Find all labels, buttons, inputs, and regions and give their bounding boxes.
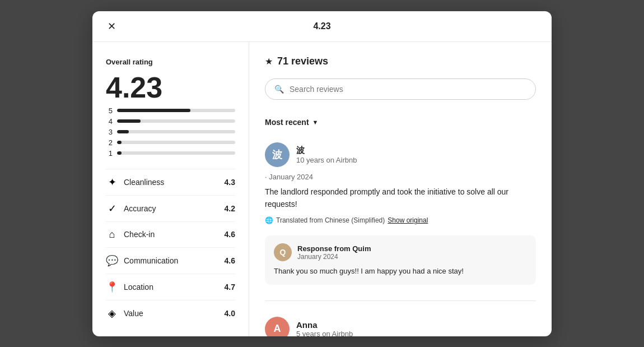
bar-track <box>117 151 235 155</box>
modal-title: 4.23 <box>313 21 330 31</box>
bar-row: 1 <box>106 149 235 158</box>
bar-track <box>117 119 235 123</box>
reviewer-name: 波 <box>296 145 357 156</box>
category-icon: 💬 <box>106 255 118 267</box>
reviewer-info: Anna 5 years on Airbnb <box>296 320 353 336</box>
bar-row: 3 <box>106 128 235 136</box>
categories: ✦ Cleanliness 4.3 ✓ Accuracy 4.2 ⌂ Check… <box>106 169 235 326</box>
host-avatar: Q <box>274 243 292 261</box>
category-value: 4.0 <box>225 309 235 318</box>
reviews-header: ★ 71 reviews <box>265 55 536 67</box>
reviews-count-title: 71 reviews <box>277 55 328 67</box>
bar-fill <box>117 119 141 123</box>
close-button[interactable]: ✕ <box>102 17 120 35</box>
category-row: 💬 Communication 4.6 <box>106 247 235 274</box>
host-name: Response from Quim <box>297 244 371 253</box>
avatar: 波 <box>265 142 290 167</box>
star-icon: ★ <box>265 56 273 67</box>
category-left: ⌂ Check-in <box>106 229 155 240</box>
sort-value: Most recent <box>265 118 309 127</box>
overall-label: Overall rating <box>106 58 235 66</box>
category-left: 📍 Location <box>106 281 153 293</box>
bar-number: 5 <box>106 107 113 115</box>
category-label: Communication <box>124 256 178 265</box>
review-item: 波 波 10 years on Airbnb · January 2024 Th… <box>265 142 536 301</box>
search-icon: 🔍 <box>274 85 284 94</box>
host-info: Response from Quim January 2024 <box>297 244 371 261</box>
review-item: A Anna 5 years on Airbnb · January 2024 … <box>265 317 536 336</box>
reviews-list: 波 波 10 years on Airbnb · January 2024 Th… <box>265 142 536 336</box>
reviews-panel: ★ 71 reviews 🔍 Most recent ▼ 波 波 <box>249 42 552 336</box>
search-bar: 🔍 <box>265 78 536 100</box>
host-response: Q Response from Quim January 2024 Thank … <box>265 235 536 285</box>
reviewer-header: A Anna 5 years on Airbnb <box>265 317 536 336</box>
avatar: A <box>265 317 290 336</box>
rating-panel: Overall rating 4.23 5 4 3 2 1 <box>92 42 249 336</box>
category-row: 📍 Location 4.7 <box>106 274 235 300</box>
host-response-header: Q Response from Quim January 2024 <box>274 243 527 261</box>
overall-rating-section: Overall rating 4.23 5 4 3 2 1 <box>106 58 235 158</box>
category-value: 4.6 <box>225 256 235 265</box>
bar-row: 4 <box>106 117 235 126</box>
close-icon: ✕ <box>108 20 116 33</box>
bar-row: 2 <box>106 138 235 147</box>
review-text: The landlord responded promptly and took… <box>265 186 536 211</box>
modal-header: ✕ 4.23 <box>92 11 552 42</box>
reviewer-meta: 5 years on Airbnb <box>296 330 353 336</box>
category-icon: ✦ <box>106 176 118 188</box>
bar-number: 1 <box>106 149 113 158</box>
bar-number: 2 <box>106 138 113 147</box>
category-icon: ◈ <box>106 307 118 320</box>
chevron-down-icon: ▼ <box>312 119 319 126</box>
reviewer-meta: 10 years on Airbnb <box>296 156 357 164</box>
bar-number: 4 <box>106 117 113 126</box>
modal-body: Overall rating 4.23 5 4 3 2 1 <box>92 42 552 336</box>
category-icon: 📍 <box>106 281 118 293</box>
bar-fill <box>117 109 190 112</box>
reviewer-name: Anna <box>296 320 353 330</box>
category-label: Location <box>124 283 153 292</box>
search-input[interactable] <box>290 85 526 94</box>
bar-track <box>117 109 235 112</box>
category-icon: ✓ <box>106 202 118 215</box>
category-label: Cleanliness <box>124 178 164 187</box>
host-date: January 2024 <box>297 253 371 261</box>
category-label: Accuracy <box>124 204 156 213</box>
category-value: 4.7 <box>225 283 235 292</box>
category-row: ✓ Accuracy 4.2 <box>106 195 235 221</box>
rating-bars: 5 4 3 2 1 <box>106 107 235 158</box>
category-icon: ⌂ <box>106 229 118 240</box>
category-value: 4.3 <box>225 178 235 187</box>
bar-fill <box>117 141 122 144</box>
category-value: 4.6 <box>225 230 235 239</box>
sort-dropdown[interactable]: Most recent ▼ <box>265 113 536 131</box>
category-value: 4.2 <box>225 204 235 213</box>
category-left: ✓ Accuracy <box>106 202 156 215</box>
show-original-button[interactable]: Show original <box>388 216 428 224</box>
bar-track <box>117 130 235 133</box>
category-row: ◈ Value 4.0 <box>106 300 235 326</box>
category-label: Check-in <box>124 230 155 239</box>
bar-track <box>117 141 235 144</box>
modal-overlay: ✕ 4.23 Overall rating 4.23 5 4 3 <box>0 0 644 347</box>
reviewer-header: 波 波 10 years on Airbnb <box>265 142 536 167</box>
category-label: Value <box>124 309 143 318</box>
host-response-text: Thank you so much guys!! I am happy you … <box>274 266 527 277</box>
translated-badge: 🌐 Translated from Chinese (Simplified) S… <box>265 216 428 224</box>
bar-fill <box>117 130 129 133</box>
bar-fill <box>117 151 122 155</box>
translated-label: Translated from Chinese (Simplified) <box>276 216 385 224</box>
bar-number: 3 <box>106 128 113 136</box>
review-date: · January 2024 <box>265 173 536 181</box>
reviews-modal: ✕ 4.23 Overall rating 4.23 5 4 3 <box>92 11 552 336</box>
category-left: ◈ Value <box>106 307 143 320</box>
category-row: ⌂ Check-in 4.6 <box>106 221 235 247</box>
category-row: ✦ Cleanliness 4.3 <box>106 169 235 195</box>
category-left: 💬 Communication <box>106 255 178 267</box>
big-score: 4.23 <box>106 73 235 102</box>
bar-row: 5 <box>106 107 235 115</box>
reviewer-info: 波 10 years on Airbnb <box>296 145 357 164</box>
translate-icon: 🌐 <box>265 216 273 224</box>
category-left: ✦ Cleanliness <box>106 176 164 188</box>
